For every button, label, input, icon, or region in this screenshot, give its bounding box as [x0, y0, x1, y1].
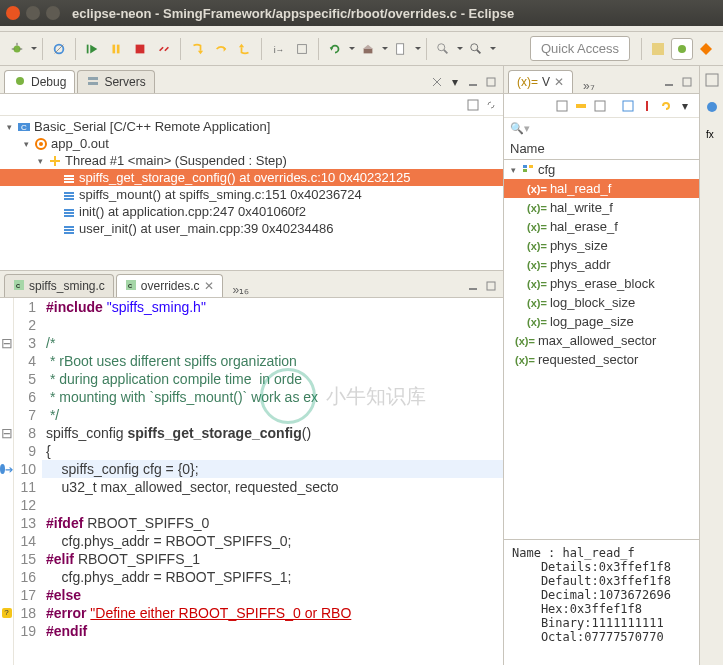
svg-rect-27 [88, 77, 98, 80]
close-tab-icon[interactable]: ✕ [204, 279, 214, 293]
stack-frame[interactable]: user_init() at user_main.cpp:39 0x402344… [0, 220, 503, 237]
link-icon[interactable] [483, 97, 499, 113]
stack-frame[interactable]: init() at application.cpp:247 0x401060f2 [0, 203, 503, 220]
drop-frame-icon[interactable] [291, 38, 313, 60]
maximize-view-icon[interactable] [483, 74, 499, 90]
var-item[interactable]: (x)=phys_addr [504, 255, 699, 274]
stack-frame[interactable]: spiffs_mount() at spiffs_sming.c:151 0x4… [0, 186, 503, 203]
disconnect-icon[interactable] [153, 38, 175, 60]
svg-rect-58 [557, 101, 567, 111]
svg-rect-62 [523, 165, 527, 168]
dropdown-icon[interactable] [348, 38, 355, 60]
tab-file[interactable]: c spiffs_sming.c [4, 274, 114, 297]
restart-icon[interactable] [324, 38, 346, 60]
breakpoints-icon[interactable] [704, 99, 720, 118]
svg-line-23 [477, 49, 481, 53]
svg-rect-47 [64, 226, 74, 228]
dropdown-icon[interactable] [456, 38, 463, 60]
show-logical-icon[interactable] [573, 98, 589, 114]
new-icon[interactable] [390, 38, 412, 60]
step-into-icon[interactable] [186, 38, 208, 60]
minimize-view-icon[interactable] [465, 278, 481, 294]
dropdown-icon[interactable] [30, 38, 37, 60]
outline-icon[interactable] [704, 72, 720, 91]
add-watch-icon[interactable] [620, 98, 636, 114]
search-icon[interactable] [465, 38, 487, 60]
stop-icon[interactable] [129, 38, 151, 60]
var-item[interactable]: (x)=log_page_size [504, 312, 699, 331]
var-item[interactable]: (x)=max_allowed_sector [504, 331, 699, 350]
maximize-view-icon[interactable] [679, 74, 695, 90]
build-icon[interactable] [357, 38, 379, 60]
more-tabs[interactable]: »₇ [583, 79, 595, 93]
dropdown-icon[interactable] [414, 38, 421, 60]
dropdown-icon[interactable] [381, 38, 388, 60]
show-type-icon[interactable] [554, 98, 570, 114]
stack-frame[interactable]: spiffs_get_storage_config() at overrides… [0, 169, 503, 186]
pin-icon[interactable] [639, 98, 655, 114]
collapse-icon[interactable] [592, 98, 608, 114]
more-tabs[interactable]: »₁₆ [233, 283, 250, 297]
tab-servers[interactable]: Servers [77, 70, 154, 93]
tab-file-active[interactable]: c overrides.c ✕ [116, 274, 223, 297]
collapse-all-icon[interactable] [465, 97, 481, 113]
quick-access-field[interactable]: Quick Access [530, 36, 630, 61]
perspective-cpp-icon[interactable] [647, 38, 669, 60]
remove-terminated-icon[interactable] [429, 74, 445, 90]
var-struct[interactable]: cfg [504, 160, 699, 179]
var-item[interactable]: (x)=hal_erase_f [504, 217, 699, 236]
var-item[interactable]: (x)=log_block_size [504, 293, 699, 312]
perspective-git-icon[interactable] [695, 38, 717, 60]
step-over-icon[interactable] [210, 38, 232, 60]
tab-variables[interactable]: (x)= V ✕ [508, 70, 573, 93]
svg-rect-48 [64, 229, 74, 231]
minimize-view-icon[interactable] [465, 74, 481, 90]
svg-rect-17 [364, 49, 373, 53]
view-menu-icon[interactable]: ▾ [677, 98, 693, 114]
minimize-view-icon[interactable] [661, 74, 677, 90]
svg-marker-13 [239, 43, 244, 47]
window-titlebar: eclipse-neon - SmingFramework/appspecifi… [0, 0, 723, 26]
var-item[interactable]: (x)=phys_erase_block [504, 274, 699, 293]
minimize-icon[interactable] [26, 6, 40, 20]
tab-debug[interactable]: Debug [4, 70, 75, 93]
svg-text:fx: fx [706, 129, 714, 140]
svg-point-0 [14, 45, 21, 52]
warning-icon[interactable]: ? [2, 608, 12, 618]
var-item[interactable]: (x)=hal_read_f [504, 179, 699, 198]
var-item[interactable]: (x)=phys_size [504, 236, 699, 255]
debug-icon[interactable] [6, 38, 28, 60]
close-icon[interactable] [6, 6, 20, 20]
svg-rect-56 [665, 84, 673, 86]
column-header[interactable]: Name [504, 138, 699, 160]
var-item[interactable]: (x)=hal_write_f [504, 198, 699, 217]
tab-label: Debug [31, 75, 66, 89]
skip-breakpoints-icon[interactable] [48, 38, 70, 60]
maximize-icon[interactable] [46, 6, 60, 20]
svg-point-66 [707, 102, 717, 112]
perspective-debug-icon[interactable] [671, 38, 693, 60]
resume-icon[interactable] [81, 38, 103, 60]
dropdown-icon[interactable] [489, 38, 496, 60]
search-icon[interactable]: 🔍▾ [510, 122, 530, 135]
view-menu-icon[interactable]: ▾ [447, 74, 463, 90]
process-node[interactable]: app_0.out [0, 135, 503, 152]
thread-node[interactable]: Thread #1 <main> (Suspended : Step) [0, 152, 503, 169]
tab-label: spiffs_sming.c [29, 279, 105, 293]
variable-details: Name : hal_read_f Details:0x3ffef1f8 Def… [504, 539, 699, 665]
maximize-view-icon[interactable] [483, 278, 499, 294]
svg-rect-44 [64, 209, 74, 211]
open-type-icon[interactable] [432, 38, 454, 60]
launch-node[interactable]: C Basic_Serial [C/C++ Remote Application… [0, 118, 503, 135]
refresh-icon[interactable] [658, 98, 674, 114]
variables-tabs: (x)= V ✕ »₇ [504, 66, 699, 94]
code-editor[interactable]: 小牛知识库 ⊟ ⊟ ➔ ? 123 456 789 101112 131415 … [0, 298, 503, 665]
expressions-icon[interactable]: fx [704, 126, 720, 145]
step-return-icon[interactable] [234, 38, 256, 60]
var-item[interactable]: (x)=requested_sector [504, 350, 699, 369]
close-tab-icon[interactable]: ✕ [554, 75, 564, 89]
instruction-step-icon[interactable]: i→ [267, 38, 289, 60]
process-label: app_0.out [51, 136, 109, 151]
pause-icon[interactable] [105, 38, 127, 60]
code-content[interactable]: #include "spiffs_sming.h" /* * rBoot use… [42, 298, 503, 665]
